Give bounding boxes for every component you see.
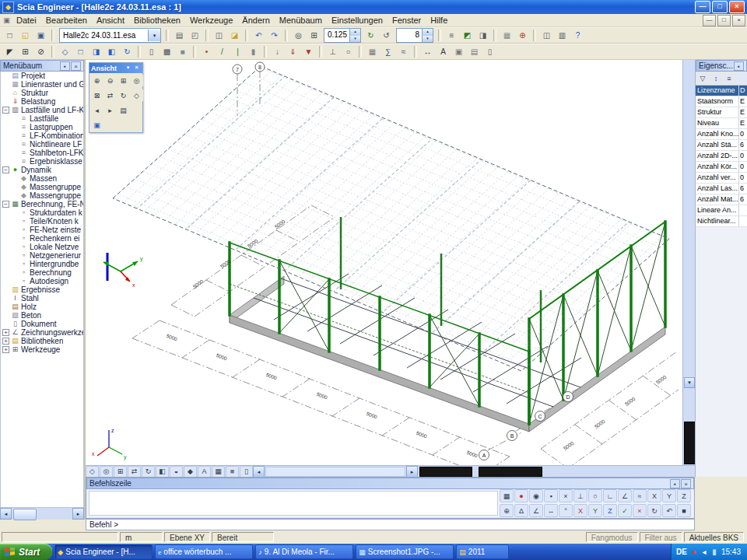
wireframe-mode-icon[interactable]: ▯ — [144, 45, 159, 59]
property-row[interactable]: Anzahl Kör...0 — [696, 162, 747, 173]
mdi-restore-button[interactable]: □ — [717, 15, 731, 26]
scrollbar-track[interactable] — [12, 508, 72, 520]
scroll-right-icon[interactable]: ▸ — [72, 508, 84, 520]
scrollbar-thumb[interactable] — [13, 509, 37, 520]
coord-relative-icon[interactable]: Δ — [514, 504, 528, 517]
minimize-button[interactable]: — — [695, 1, 710, 13]
snap-node-icon[interactable]: ● — [514, 489, 528, 502]
command-input[interactable]: Befehl > — [86, 519, 695, 530]
taskbar-item-image[interactable]: ▦ Screenshot1.JPG -... — [356, 544, 454, 559]
property-row[interactable]: NiveauE — [696, 118, 747, 129]
zoom-window-icon[interactable]: ⊞ — [117, 74, 130, 87]
tree-item-lf-kombination[interactable]: ≡LF-Kombination — [1, 131, 83, 140]
property-value[interactable]: 6 — [739, 184, 747, 194]
property-sort-icon[interactable]: ↕ — [710, 72, 722, 84]
status-current-ucs[interactable]: Aktuelles BKS — [684, 532, 744, 542]
new-plate-icon[interactable]: ▮ — [246, 45, 261, 59]
property-value[interactable]: 0 — [739, 162, 747, 172]
point-load-icon[interactable]: ↓ — [270, 45, 285, 59]
view-manager-icon[interactable]: ▤ — [117, 103, 130, 117]
language-indicator[interactable]: DE — [676, 548, 687, 556]
mdi-minimize-button[interactable]: — — [703, 15, 716, 26]
lock-z-icon[interactable]: Z — [677, 489, 691, 502]
scrollbar-thumb[interactable] — [419, 467, 472, 477]
input-length-icon[interactable]: ↔ — [544, 504, 558, 517]
refresh-icon[interactable]: ↻ — [363, 29, 378, 43]
hidden-line-mode-icon[interactable]: ▩ — [160, 45, 174, 59]
tree-item-ergebnisse[interactable]: ▥Ergebnisse — [1, 285, 83, 294]
property-row[interactable]: Anzahl Las...6 — [696, 184, 747, 194]
line-load-icon[interactable]: ⇓ — [286, 45, 300, 59]
menu-datei[interactable]: Datei — [12, 15, 41, 26]
tree-scrollbar[interactable]: ◂ ▸ — [0, 508, 84, 520]
view-top-icon[interactable]: □ — [73, 45, 88, 59]
network-icon[interactable]: ▮ — [710, 546, 719, 558]
pan-icon[interactable]: ⇄ — [103, 89, 117, 102]
zoom-window-icon[interactable]: ⊞ — [114, 466, 127, 478]
mesh-generate-icon[interactable]: ▦ — [365, 45, 380, 59]
new-node-icon[interactable]: • — [199, 45, 214, 59]
unselect-all-icon[interactable]: ⊘ — [33, 45, 48, 59]
pin-icon[interactable]: ▪ — [670, 479, 680, 488]
tree-item-strukturdaten-k[interactable]: ▫Strukturdaten k — [1, 208, 83, 217]
dropdown-icon[interactable]: ▾ — [124, 64, 132, 72]
snap-nearest-icon[interactable]: ≈ — [633, 489, 647, 502]
spin-down-icon[interactable]: ▾ — [423, 36, 433, 43]
menu-aendern[interactable]: Ändern — [237, 15, 274, 26]
tree-item-massen[interactable]: ◆Massen — [1, 174, 83, 183]
tree-item-struktur[interactable]: ⌂Struktur — [1, 89, 83, 97]
perspective-icon[interactable]: ◇ — [130, 89, 143, 102]
scale-spinner[interactable]: 0.125 ▴ ▾ — [324, 28, 361, 43]
tree-item-netzgenerierur[interactable]: ▫Netzgenerierur — [1, 251, 83, 260]
scroll-down-icon[interactable]: ▾ — [684, 377, 695, 388]
tree-item-holz[interactable]: ▤Holz — [1, 303, 83, 311]
layers-icon[interactable]: ≡ — [444, 29, 459, 43]
ansicht-title-bar[interactable]: Ansicht ▾ × — [89, 63, 142, 73]
display-settings-icon[interactable]: ▣ — [90, 118, 103, 131]
tree-expander-icon[interactable]: − — [2, 166, 9, 173]
zoom-fit-icon[interactable]: ◎ — [100, 466, 113, 478]
repeat-icon[interactable]: ↻ — [647, 504, 661, 517]
property-row[interactable]: Anzahl Stä...6 — [696, 140, 747, 151]
tree-item-fe-netz-einste[interactable]: ▫FE-Netz einste — [1, 226, 83, 234]
view-top-icon[interactable]: ◒ — [170, 466, 183, 478]
show-grid-icon[interactable]: ▦ — [212, 466, 225, 478]
close-panel-icon[interactable]: × — [681, 479, 691, 488]
confirm-icon[interactable]: ✓ — [618, 504, 632, 517]
tree-item-berechnung[interactable]: ▫Berechnung — [1, 268, 83, 277]
tree-item-stahl[interactable]: IStahl — [1, 294, 83, 303]
tree-item-belastung[interactable]: ⇓Belastung — [1, 97, 83, 106]
paste-icon[interactable]: ◪ — [227, 29, 242, 43]
start-button[interactable]: Start — [0, 544, 52, 560]
tree-expander-icon[interactable]: + — [2, 329, 9, 336]
taskbar-item-folder[interactable]: ▤ 2011 — [456, 544, 509, 559]
tree-item-bibliotheken[interactable]: +▤Bibliotheken — [1, 337, 83, 345]
pin-icon[interactable]: ▪ — [734, 61, 744, 71]
pin-icon[interactable]: ▪ — [60, 61, 70, 71]
spin-up-icon[interactable]: ▴ — [350, 29, 360, 36]
tree-item-zeichnungswerkze[interactable]: +∠Zeichnungswerkze — [1, 328, 83, 337]
property-value[interactable]: 0 — [739, 173, 747, 183]
tree-item-projekt[interactable]: ▤Projekt — [1, 72, 83, 80]
activity-icon[interactable]: ◩ — [460, 29, 475, 43]
calculate-icon[interactable]: ∑ — [381, 45, 395, 59]
save-project-icon[interactable]: ▣ — [33, 29, 48, 43]
tree-item-autodesign[interactable]: ▫Autodesign — [1, 277, 83, 285]
taskbar-item-music[interactable]: ♪ 9. Al Di Meola - Fir... — [255, 544, 353, 559]
axis-x-icon[interactable]: X — [573, 504, 587, 517]
property-row[interactable]: StaatsnormE — [696, 96, 747, 107]
tree-item-berechnung-fe-n[interactable]: −▦Berechnung, FE-N — [1, 200, 83, 208]
properties-title-bar[interactable]: Eigensc... ▪ — [696, 60, 747, 72]
tree-item-ergebnisklasse[interactable]: ≡Ergebnisklasse — [1, 157, 83, 166]
menu-bibliotheken[interactable]: Bibliotheken — [129, 15, 185, 26]
property-value[interactable]: E — [739, 107, 747, 117]
number-spinner[interactable]: 8 ▴ ▾ — [396, 28, 433, 43]
pan-icon[interactable]: ⇄ — [128, 466, 141, 478]
view-iso-icon[interactable]: ◆ — [184, 466, 197, 478]
snap-intersection-icon[interactable]: × — [559, 489, 573, 502]
menu-hilfe[interactable]: Hilfe — [426, 15, 452, 26]
property-value[interactable] — [739, 205, 747, 215]
tree-item-dynamik[interactable]: −●Dynamik — [1, 166, 83, 174]
view-front-icon[interactable]: ◨ — [89, 45, 103, 59]
snap-grid-icon[interactable]: ▦ — [500, 489, 514, 502]
